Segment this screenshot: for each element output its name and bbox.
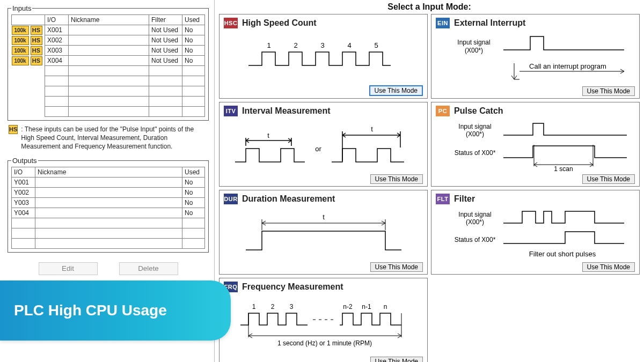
- ein-use-button[interactable]: Use This Mode: [582, 86, 635, 96]
- inputs-col: Filter: [149, 15, 182, 25]
- hs-icon: HS: [31, 56, 42, 65]
- hs-icon: HS: [9, 125, 18, 134]
- ein-diagram: Input signal (X00*) Call an interrupt pr…: [436, 29, 635, 86]
- svg-text:t: t: [267, 131, 269, 139]
- delete-button[interactable]: Delete: [119, 262, 178, 275]
- table-row: [12, 218, 205, 228]
- table-row: [12, 76, 205, 86]
- svg-text:(X00*): (X00*): [465, 130, 484, 138]
- mode-card-flt: FLT Filter Input signal (X00*) Status of…: [431, 190, 640, 275]
- table-row[interactable]: 100kHSX001Not UsedNo: [12, 25, 205, 35]
- frq-use-button[interactable]: Use This Mode: [370, 357, 423, 362]
- outputs-col: Used: [182, 167, 205, 177]
- inputs-col: I/O: [45, 15, 69, 25]
- table-row[interactable]: Y003No: [12, 197, 205, 208]
- svg-text:Filter out short pulses: Filter out short pulses: [529, 250, 596, 258]
- svg-text:3: 3: [320, 41, 324, 49]
- svg-text:1: 1: [252, 303, 255, 311]
- frq-title: Frequency Measurement: [242, 282, 343, 292]
- outputs-col: Nickname: [35, 167, 182, 177]
- speed-100k-icon: 100k: [12, 26, 29, 35]
- svg-text:3: 3: [289, 303, 293, 311]
- right-pane: Select a Input Mode: HSC High Speed Coun…: [215, 0, 644, 362]
- pc-diagram: Input signal (X00*) Status of X00* 1 sca…: [436, 117, 635, 174]
- itv-icon: ITV: [224, 106, 238, 116]
- pc-icon: PC: [436, 106, 450, 116]
- right-header: Select a Input Mode:: [218, 0, 641, 13]
- svg-text:(X00*): (X00*): [465, 218, 484, 226]
- hs-icon: HS: [31, 26, 42, 35]
- pc-use-button[interactable]: Use This Mode: [582, 174, 635, 184]
- table-row[interactable]: Y002No: [12, 187, 205, 197]
- hsc-use-button[interactable]: Use This Mode: [369, 85, 423, 96]
- svg-text:1: 1: [267, 41, 270, 49]
- mode-grid: HSC High Speed Count 12345 Use This Mode: [218, 13, 641, 362]
- svg-text:Input signal: Input signal: [458, 123, 491, 130]
- edit-button[interactable]: Edit: [39, 262, 98, 275]
- inputs-group: Inputs I/ONicknameFilterUsed 100kHSX001N…: [8, 4, 209, 121]
- table-row: [12, 228, 205, 238]
- flt-use-button[interactable]: Use This Mode: [582, 262, 635, 272]
- svg-text:5: 5: [374, 41, 378, 49]
- svg-text:or: or: [315, 145, 321, 153]
- svg-text:1 second (Hz) or 1 minute (RPM: 1 second (Hz) or 1 minute (RPM): [277, 339, 371, 347]
- pc-title: Pulse Catch: [454, 106, 503, 116]
- table-row[interactable]: Y004No: [12, 208, 205, 218]
- svg-text:2: 2: [270, 303, 274, 311]
- svg-text:Call an interrupt program: Call an interrupt program: [529, 62, 606, 70]
- itv-use-button[interactable]: Use This Mode: [370, 174, 423, 184]
- svg-text:Input signal: Input signal: [457, 39, 490, 46]
- table-row[interactable]: 100kHSX003Not UsedNo: [12, 46, 205, 56]
- svg-text:Status of X00*: Status of X00*: [454, 236, 495, 243]
- table-row: [12, 107, 205, 117]
- mode-card-frq: FRQ Frequency Measurement 123n-2n-1n 1 s…: [219, 278, 428, 362]
- table-row[interactable]: Y001No: [12, 177, 205, 187]
- svg-text:Status of X00*: Status of X00*: [454, 149, 495, 157]
- svg-text:n: n: [383, 303, 387, 311]
- svg-text:n-2: n-2: [343, 303, 353, 311]
- mode-card-pc: PC Pulse Catch Input signal (X00*) Statu…: [431, 102, 640, 187]
- itv-title: Interval Measurement: [242, 106, 331, 116]
- speed-100k-icon: 100k: [12, 36, 29, 45]
- dur-diagram: t: [224, 205, 423, 262]
- banner-text: PLC High CPU Usage: [14, 302, 167, 319]
- ein-title: External Interrupt: [454, 18, 525, 28]
- itv-diagram: t or t: [224, 117, 423, 174]
- table-row: [12, 86, 205, 97]
- hs-note: HS : These inputs can be used for the "P…: [9, 125, 208, 151]
- frq-diagram: 123n-2n-1n 1 second (Hz) or 1 minute (RP…: [224, 293, 423, 357]
- hs-icon: HS: [31, 46, 42, 55]
- outputs-group: Outputs I/ONicknameUsed Y001NoY002NoY003…: [8, 157, 209, 253]
- table-row: [12, 97, 205, 107]
- outputs-col: I/O: [12, 167, 35, 177]
- table-row[interactable]: 100kHSX002Not UsedNo: [12, 35, 205, 46]
- outputs-legend: Outputs: [11, 157, 38, 165]
- left-button-row: Edit Delete: [8, 262, 209, 275]
- svg-text:t: t: [371, 125, 373, 133]
- inputs-table: I/ONicknameFilterUsed 100kHSX001Not Used…: [11, 14, 205, 117]
- hsc-diagram: 12345: [224, 29, 423, 85]
- dur-use-button[interactable]: Use This Mode: [370, 262, 423, 272]
- dur-icon: DUR: [224, 194, 238, 204]
- hsc-title: High Speed Count: [242, 18, 317, 28]
- flt-icon: FLT: [436, 194, 450, 204]
- svg-text:(X00*): (X00*): [464, 47, 482, 54]
- svg-text:2: 2: [294, 41, 297, 49]
- inputs-col: Used: [182, 15, 205, 25]
- hs-note-text: : These inputs can be used for the "Puls…: [21, 125, 208, 151]
- hsc-icon: HSC: [224, 18, 238, 28]
- inputs-col: Nickname: [69, 15, 149, 25]
- speed-100k-icon: 100k: [12, 56, 29, 65]
- svg-text:t: t: [323, 213, 325, 221]
- flt-title: Filter: [454, 194, 475, 204]
- speed-100k-icon: 100k: [12, 46, 29, 55]
- svg-text:4: 4: [347, 41, 351, 49]
- ein-icon: EIN: [436, 18, 450, 28]
- mode-card-ein: EIN External Interrupt Input signal (X00…: [431, 14, 640, 99]
- table-row: [12, 66, 205, 76]
- overlay-banner: PLC High CPU Usage: [0, 280, 231, 341]
- inputs-legend: Inputs: [11, 4, 32, 12]
- hs-icon: HS: [31, 36, 42, 45]
- svg-text:1 scan: 1 scan: [554, 165, 573, 173]
- table-row[interactable]: 100kHSX004Not UsedNo: [12, 56, 205, 66]
